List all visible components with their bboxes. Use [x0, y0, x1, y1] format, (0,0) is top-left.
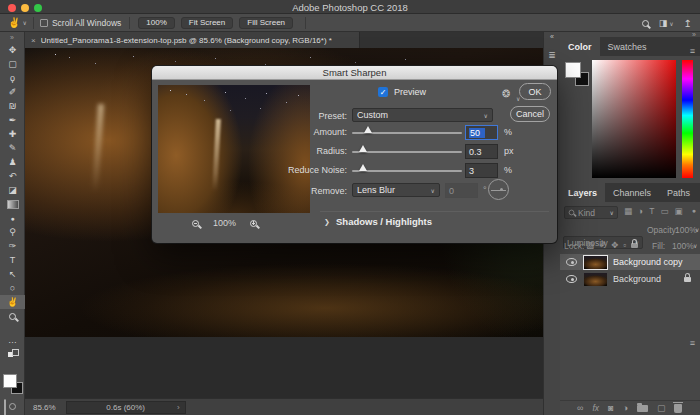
lock-paint-icon[interactable]: ✐ — [599, 240, 606, 250]
type-filter-icon[interactable]: T — [649, 206, 654, 216]
fill-value[interactable]: 100% — [672, 241, 694, 251]
foreground-color-swatch[interactable] — [565, 62, 581, 78]
eyedropper-tool[interactable]: ✒ — [0, 113, 25, 127]
default-colors-button[interactable] — [0, 347, 25, 361]
edit-toolbar-button[interactable]: … — [0, 333, 25, 347]
color-panel-menu-icon[interactable]: ≡ — [690, 46, 695, 56]
status-chevron-icon[interactable]: › — [177, 403, 180, 412]
zoom-out-icon[interactable] — [192, 220, 199, 227]
tab-channels[interactable]: Channels — [605, 183, 659, 202]
reduce-noise-slider[interactable] — [352, 170, 462, 172]
fit-screen-button[interactable]: Fit Screen — [181, 17, 233, 29]
ok-button[interactable]: OK — [519, 83, 551, 100]
share-icon[interactable]: ↥ — [684, 18, 692, 29]
opacity-chevron-icon[interactable]: ∨ — [695, 226, 699, 233]
hand-tool-icon[interactable]: ✌ — [8, 17, 20, 28]
angle-dial[interactable] — [488, 179, 509, 200]
adjustment-layer-icon[interactable]: ◑ — [622, 403, 627, 413]
move-tool[interactable]: ✥ — [0, 43, 25, 57]
preview-zoom-level[interactable]: 100% — [213, 218, 236, 228]
saturation-brightness-field[interactable] — [592, 60, 676, 178]
zoom-in-icon[interactable] — [250, 220, 257, 227]
lock-all-icon[interactable] — [631, 243, 638, 248]
hue-slider[interactable] — [682, 60, 693, 178]
adjustment-filter-icon[interactable]: ◑ — [638, 206, 643, 216]
pixel-filter-icon[interactable]: ▦ — [624, 206, 632, 216]
shape-tool[interactable]: ○ — [0, 281, 25, 295]
amount-input[interactable]: 50 — [465, 125, 498, 140]
eraser-tool[interactable]: ◪ — [0, 183, 25, 197]
gradient-tool[interactable] — [0, 197, 25, 211]
zoom-100-button[interactable]: 100% — [138, 17, 174, 29]
radius-input[interactable]: 0.3 — [465, 144, 498, 159]
marquee-tool[interactable]: ▢ — [0, 57, 25, 71]
toolbar-collapse-icon[interactable]: » — [0, 32, 24, 43]
layer-thumbnail[interactable] — [584, 273, 607, 286]
new-layer-icon[interactable]: ▢ — [657, 403, 666, 413]
status-field[interactable]: 0.6s (60%) › — [66, 401, 186, 414]
preset-dropdown[interactable]: Custom ∨ — [352, 108, 493, 122]
layer-thumbnail[interactable] — [584, 256, 607, 269]
lasso-tool[interactable]: ϙ — [0, 71, 25, 85]
shadows-highlights-label[interactable]: Shadows / Highlights — [336, 216, 432, 227]
tab-color[interactable]: Color — [560, 37, 600, 56]
layer-style-icon[interactable]: fx — [592, 403, 599, 413]
preview-toggle[interactable]: ✓ Preview — [378, 87, 426, 97]
path-selection-tool[interactable]: ↖ — [0, 267, 25, 281]
zoom-level[interactable]: 85.6% — [33, 403, 56, 412]
remove-dropdown[interactable]: Lens Blur ∨ — [352, 183, 440, 197]
opacity-value[interactable]: 100% — [675, 225, 697, 235]
gear-icon[interactable]: ❂ — [502, 88, 510, 99]
visibility-eye-icon[interactable] — [566, 258, 577, 266]
close-tab-icon[interactable]: × — [31, 36, 36, 45]
blur-tool[interactable]: ● — [0, 211, 25, 225]
radius-slider-thumb[interactable] — [359, 145, 367, 152]
hand-tool[interactable]: ✌ — [0, 295, 25, 309]
pen-tool[interactable]: ✑ — [0, 239, 25, 253]
fill-chevron-icon[interactable]: ∨ — [693, 242, 697, 249]
brush-tool[interactable]: ✎ — [0, 141, 25, 155]
lock-transparent-icon[interactable]: ▨ — [586, 240, 594, 250]
filter-toggle-icon[interactable]: ● — [692, 207, 696, 214]
add-mask-icon[interactable]: ◙ — [608, 403, 613, 413]
history-brush-tool[interactable]: ↶ — [0, 169, 25, 183]
clone-stamp-tool[interactable]: ♟ — [0, 155, 25, 169]
fill-screen-button[interactable]: Fill Screen — [239, 17, 293, 29]
shadows-disclosure-icon[interactable]: ❯ — [324, 218, 330, 226]
tab-paths[interactable]: Paths — [659, 183, 698, 202]
lock-position-icon[interactable]: ✥ — [611, 240, 618, 250]
visibility-eye-icon[interactable] — [566, 275, 577, 283]
layer-row-background[interactable]: Background — [560, 271, 700, 287]
workspace-switcher-icon[interactable]: ◨∨ — [659, 18, 674, 28]
dodge-tool[interactable]: ⚲ — [0, 225, 25, 239]
reduce-noise-slider-thumb[interactable] — [359, 164, 367, 171]
healing-brush-tool[interactable]: ✚ — [0, 127, 25, 141]
crop-tool[interactable]: ₪ — [0, 99, 25, 113]
document-tab[interactable]: × Untitled_Panorama1-8-extension-top.psb… — [25, 32, 360, 48]
delete-layer-icon[interactable] — [674, 404, 682, 413]
layer-row-background-copy[interactable]: Background copy — [560, 254, 700, 270]
layers-panel-menu-icon[interactable]: ≡ — [690, 338, 695, 348]
foreground-color-swatch[interactable] — [3, 374, 17, 388]
search-icon[interactable] — [642, 20, 649, 27]
reduce-noise-input[interactable]: 3 — [465, 163, 498, 178]
layer-name[interactable]: Background — [613, 274, 661, 284]
quick-mask-button[interactable] — [4, 400, 6, 415]
scroll-all-windows-checkbox[interactable] — [40, 19, 48, 27]
tab-swatches[interactable]: Swatches — [600, 37, 655, 56]
cancel-button[interactable]: Cancel — [510, 106, 550, 122]
properties-panel-icon[interactable]: ≣ — [544, 50, 560, 60]
amount-slider-thumb[interactable] — [364, 126, 372, 133]
layer-filter-kind-dropdown[interactable]: Kind ∨ — [564, 206, 618, 219]
layer-name[interactable]: Background copy — [613, 257, 683, 267]
dock-collapse-icon[interactable]: « — [544, 32, 560, 42]
zoom-tool[interactable] — [0, 309, 25, 323]
preview-checkbox[interactable]: ✓ — [378, 87, 388, 97]
dialog-titlebar[interactable]: Smart Sharpen — [152, 66, 557, 80]
radius-slider[interactable] — [352, 151, 462, 153]
tab-layers[interactable]: Layers — [560, 183, 605, 202]
type-tool[interactable]: T — [0, 253, 25, 267]
new-group-icon[interactable] — [637, 405, 648, 412]
tool-preset-chevron-icon[interactable]: ∨ — [22, 19, 26, 26]
link-layers-icon[interactable]: ∞ — [577, 403, 583, 413]
